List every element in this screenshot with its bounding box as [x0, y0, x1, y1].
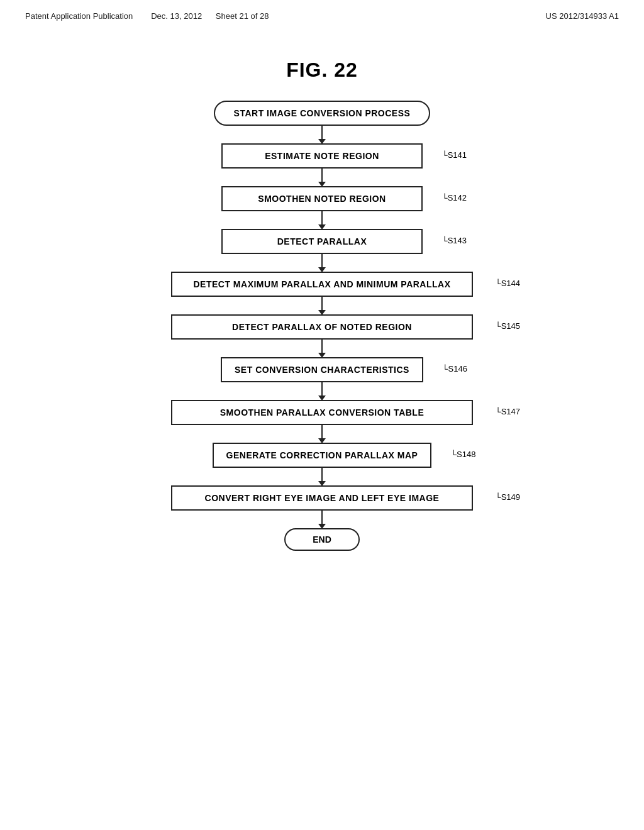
arrow-line-1: [321, 169, 323, 186]
step-s143-num: └S143: [441, 236, 467, 245]
step-s146: SET CONVERSION CHARACTERISTICS └S146: [221, 357, 423, 382]
arrow-line-2: [321, 211, 323, 229]
arrow-line-0: [321, 126, 323, 143]
arrow-4: [0, 297, 644, 314]
step-s143: DETECT PARALLAX └S143: [221, 229, 423, 254]
step-s145-label: DETECT PARALLAX OF NOTED REGION: [232, 322, 412, 332]
start-label: START IMAGE CONVERSION PROCESS: [234, 108, 411, 118]
step-s149: CONVERT RIGHT EYE IMAGE AND LEFT EYE IMA…: [171, 485, 473, 511]
step-s149-label: CONVERT RIGHT EYE IMAGE AND LEFT EYE IMA…: [205, 493, 440, 503]
page-header: Patent Application Publication Dec. 13, …: [0, 0, 644, 21]
arrow-line-3: [321, 254, 323, 272]
step-s141-num: └S141: [441, 150, 467, 160]
step-s148-label: GENERATE CORRECTION PARALLAX MAP: [226, 450, 418, 460]
arrow-0: [0, 126, 644, 143]
arrow-7: [0, 425, 644, 443]
step-s145: DETECT PARALLAX OF NOTED REGION └S145: [171, 314, 473, 340]
start-node: START IMAGE CONVERSION PROCESS: [214, 101, 431, 126]
arrow-line-6: [321, 382, 323, 400]
step-s145-box: DETECT PARALLAX OF NOTED REGION: [171, 314, 473, 340]
step-s147-label: SMOOTHEN PARALLAX CONVERSION TABLE: [220, 407, 425, 418]
arrow-3: [0, 254, 644, 272]
step-s146-box: SET CONVERSION CHARACTERISTICS: [221, 357, 423, 382]
sheet-text: Sheet 21 of 28: [216, 11, 269, 21]
step-s142-box: SMOOTHEN NOTED REGION: [221, 186, 423, 211]
step-s147-num: └S147: [495, 407, 520, 416]
step-s142-num: └S142: [441, 193, 467, 202]
step-s144: DETECT MAXIMUM PARALLAX AND MINIMUM PARA…: [171, 272, 473, 297]
date-text: Dec. 13, 2012: [151, 11, 202, 21]
step-s147-box: SMOOTHEN PARALLAX CONVERSION TABLE: [171, 400, 473, 425]
step-s143-box: DETECT PARALLAX: [221, 229, 423, 254]
step-s142: SMOOTHEN NOTED REGION └S142: [221, 186, 423, 211]
arrow-5: [0, 340, 644, 357]
arrow-9: [0, 511, 644, 528]
step-s149-num: └S149: [495, 492, 520, 502]
flowchart: START IMAGE CONVERSION PROCESS ESTIMATE …: [0, 101, 644, 551]
arrow-line-5: [321, 340, 323, 357]
step-s146-label: SET CONVERSION CHARACTERISTICS: [235, 365, 409, 375]
step-s141: ESTIMATE NOTE REGION └S141: [221, 143, 423, 169]
arrow-6: [0, 382, 644, 400]
end-label: END: [313, 534, 331, 545]
step-s144-num: └S144: [495, 279, 520, 288]
step-s146-num: └S146: [442, 364, 467, 374]
arrow-8: [0, 468, 644, 485]
step-s147: SMOOTHEN PARALLAX CONVERSION TABLE └S147: [171, 400, 473, 425]
arrow-line-9: [321, 511, 323, 528]
step-s148-num: └S148: [451, 450, 476, 459]
step-s149-box: CONVERT RIGHT EYE IMAGE AND LEFT EYE IMA…: [171, 485, 473, 511]
step-s144-box: DETECT MAXIMUM PARALLAX AND MINIMUM PARA…: [171, 272, 473, 297]
step-s142-label: SMOOTHEN NOTED REGION: [258, 194, 386, 204]
arrow-1: [0, 169, 644, 186]
figure-title: FIG. 22: [0, 58, 644, 82]
step-s141-box: ESTIMATE NOTE REGION: [221, 143, 423, 169]
arrow-line-4: [321, 297, 323, 314]
step-s148-box: GENERATE CORRECTION PARALLAX MAP: [213, 443, 432, 468]
publication-text: Patent Application Publication: [25, 11, 133, 21]
patent-number: US 2012/314933 A1: [546, 11, 619, 21]
step-s145-num: └S145: [495, 321, 520, 331]
arrow-line-8: [321, 468, 323, 485]
publication-label: Patent Application Publication Dec. 13, …: [25, 11, 269, 21]
step-s148: GENERATE CORRECTION PARALLAX MAP └S148: [213, 443, 432, 468]
step-s141-label: ESTIMATE NOTE REGION: [265, 151, 379, 161]
end-node: END: [284, 528, 360, 551]
start-oval: START IMAGE CONVERSION PROCESS: [214, 101, 431, 126]
end-oval: END: [284, 528, 360, 551]
arrow-line-7: [321, 425, 323, 443]
step-s143-label: DETECT PARALLAX: [277, 236, 367, 246]
arrow-2: [0, 211, 644, 229]
step-s144-label: DETECT MAXIMUM PARALLAX AND MINIMUM PARA…: [193, 279, 450, 289]
